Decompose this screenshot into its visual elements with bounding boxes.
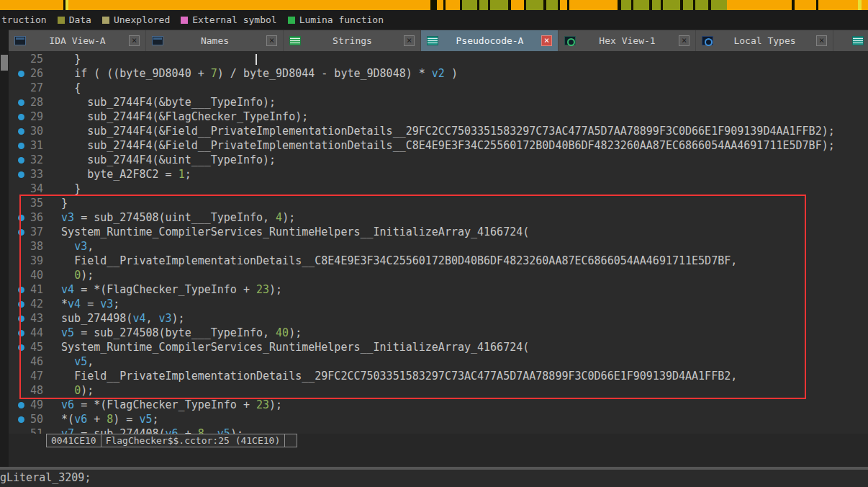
code-line-46[interactable]: 46 v5, bbox=[9, 354, 868, 369]
close-icon[interactable]: × bbox=[266, 35, 277, 46]
tab-bar: IDA View-A×Names×Strings×Pseudocode-A×He… bbox=[9, 30, 868, 52]
navigator-segment[interactable] bbox=[858, 0, 862, 10]
docked-panel-icon[interactable] bbox=[852, 36, 864, 45]
navigator-band[interactable] bbox=[0, 0, 868, 10]
navigator-segment[interactable] bbox=[558, 0, 560, 10]
code-line-29[interactable]: 29 sub_2744F4(&FlagChecker_TypeInfo); bbox=[9, 110, 868, 124]
code-line-45[interactable]: 45 System_Runtime_CompilerServices_Runti… bbox=[9, 340, 868, 354]
code-line-30[interactable]: 30 sub_2744F4(&Field__PrivateImplementat… bbox=[9, 124, 868, 138]
line-gutter: 41 bbox=[9, 282, 45, 297]
line-gutter: 30 bbox=[9, 124, 45, 138]
line-marker-dot bbox=[18, 71, 24, 77]
code-line-51[interactable]: 51 v7 = sub_274408(v6 + 8, v5); bbox=[9, 426, 868, 434]
navigator-segment[interactable] bbox=[816, 0, 818, 10]
line-gutter: 42 bbox=[9, 297, 45, 311]
close-icon[interactable]: × bbox=[816, 35, 827, 46]
tab-hex-view-1[interactable]: Hex View-1× bbox=[559, 30, 696, 51]
navigator-segment[interactable] bbox=[567, 0, 569, 10]
code-line-39[interactable]: 39 Field__PrivateImplementationDetails__… bbox=[9, 254, 868, 268]
line-number: 31 bbox=[30, 139, 45, 152]
line-gutter: 26 bbox=[9, 66, 45, 81]
status-boxes: 0041CE10 FlagChecker$$.cctor:25 (41CE10) bbox=[46, 434, 297, 447]
code-text: System_Runtime_CompilerServices_RuntimeH… bbox=[48, 225, 529, 239]
navigator-segment[interactable] bbox=[792, 0, 795, 10]
line-gutter: 45 bbox=[9, 340, 45, 354]
code-line-42[interactable]: 42 *v4 = v3; bbox=[9, 297, 868, 311]
tab-label: Names bbox=[168, 35, 262, 46]
code-line-49[interactable]: 49 v6 = *(FlagChecker_TypeInfo + 23); bbox=[9, 398, 868, 412]
legend-item: Unexplored bbox=[102, 14, 170, 25]
code-line-36[interactable]: 36 v3 = sub_274508(uint___TypeInfo, 4); bbox=[9, 210, 868, 225]
navigator-segment[interactable] bbox=[443, 0, 446, 10]
text-caret bbox=[256, 54, 257, 65]
line-number: 27 bbox=[30, 81, 45, 94]
tab-pseudocode-a[interactable]: Pseudocode-A× bbox=[421, 30, 559, 51]
line-gutter: 44 bbox=[9, 326, 45, 340]
code-line-33[interactable]: 33 byte_A2F8C2 = 1; bbox=[9, 167, 868, 182]
code-text: { bbox=[48, 81, 81, 95]
tab-local-types[interactable]: Local Types× bbox=[696, 30, 833, 51]
code-line-28[interactable]: 28 sub_2744F4(&byte___TypeInfo); bbox=[9, 95, 868, 110]
code-line-48[interactable]: 48 0); bbox=[9, 383, 868, 398]
line-number: 30 bbox=[30, 125, 45, 138]
code-line-38[interactable]: 38 v3, bbox=[9, 239, 868, 254]
code-text: 0); bbox=[48, 268, 94, 282]
scrollbar-thumb[interactable] bbox=[1, 55, 8, 71]
navigator-segment[interactable] bbox=[65, 0, 68, 10]
tab-ida-view-a[interactable]: IDA View-A× bbox=[9, 30, 146, 51]
left-scrollbar[interactable] bbox=[0, 30, 9, 467]
code-line-31[interactable]: 31 sub_2744F4(&Field__PrivateImplementat… bbox=[9, 138, 868, 153]
code-text: v5 = sub_274508(byte___TypeInfo, 40); bbox=[48, 326, 302, 340]
code-line-37[interactable]: 37 System_Runtime_CompilerServices_Runti… bbox=[9, 225, 868, 239]
close-icon[interactable]: × bbox=[679, 35, 690, 46]
code-line-35[interactable]: 35 } bbox=[9, 196, 868, 210]
line-gutter: 43 bbox=[9, 311, 45, 326]
code-line-44[interactable]: 44 v5 = sub_274508(byte___TypeInfo, 40); bbox=[9, 326, 868, 340]
code-line-32[interactable]: 32 sub_2744F4(&uint___TypeInfo); bbox=[9, 153, 868, 167]
navigator-segment[interactable] bbox=[621, 0, 631, 10]
navigator-segment[interactable] bbox=[462, 0, 477, 10]
tab-names[interactable]: Names× bbox=[146, 30, 284, 51]
code-line-43[interactable]: 43 sub_274498(v4, v3); bbox=[9, 311, 868, 326]
navigator-segment[interactable] bbox=[652, 0, 661, 10]
status-strip: 0041CE10 FlagChecker$$.cctor:25 (41CE10) bbox=[9, 434, 868, 467]
line-number: 49 bbox=[30, 398, 45, 411]
line-gutter: 51 bbox=[9, 426, 45, 434]
navigator-segment[interactable] bbox=[711, 0, 727, 10]
close-icon[interactable]: × bbox=[129, 35, 140, 46]
close-icon[interactable]: × bbox=[404, 35, 415, 46]
navigator-segment[interactable] bbox=[430, 0, 437, 10]
line-gutter: 34 bbox=[9, 182, 45, 196]
disassembly-view-icon bbox=[14, 36, 26, 45]
navigator-segment[interactable] bbox=[663, 0, 680, 10]
line-gutter: 31 bbox=[9, 138, 45, 153]
close-icon[interactable]: × bbox=[541, 35, 552, 46]
navigator-segment[interactable] bbox=[695, 0, 708, 10]
tab-strings[interactable]: Strings× bbox=[284, 30, 421, 51]
navigator-segment[interactable] bbox=[479, 0, 488, 10]
bottom-panel-text: gLiteral_3209; bbox=[0, 471, 91, 484]
code-line-41[interactable]: 41 v4 = *(FlagChecker_TypeInfo + 23); bbox=[9, 282, 868, 297]
code-line-34[interactable]: 34 } bbox=[9, 182, 868, 196]
navigator-segment[interactable] bbox=[508, 0, 511, 10]
code-line-25[interactable]: 25 } bbox=[9, 52, 868, 66]
code-line-26[interactable]: 26 if ( ((byte_9D8040 + 7) / byte_9D8044… bbox=[9, 66, 868, 81]
legend-color-swatch bbox=[58, 17, 65, 24]
navigator-segment[interactable] bbox=[546, 0, 558, 10]
line-number: 26 bbox=[30, 67, 45, 80]
navigator-segment[interactable] bbox=[526, 0, 543, 10]
code-line-47[interactable]: 47 Field__PrivateImplementationDetails__… bbox=[9, 369, 868, 383]
navigator-segment[interactable] bbox=[683, 0, 693, 10]
line-gutter: 35 bbox=[9, 196, 45, 210]
pseudocode-view[interactable]: 25 }26 if ( ((byte_9D8040 + 7) / byte_9D… bbox=[9, 52, 868, 434]
code-line-40[interactable]: 40 0); bbox=[9, 268, 868, 282]
line-number: 50 bbox=[30, 413, 45, 426]
code-line-27[interactable]: 27 { bbox=[9, 81, 868, 95]
code-line-50[interactable]: 50 *(v6 + 8) = v5; bbox=[9, 412, 868, 426]
line-number: 42 bbox=[30, 298, 45, 310]
line-number: 39 bbox=[30, 254, 45, 267]
navigator-segment[interactable] bbox=[633, 0, 649, 10]
line-number: 25 bbox=[30, 53, 45, 66]
navigator-segment[interactable] bbox=[490, 0, 508, 10]
line-number: 36 bbox=[30, 211, 45, 224]
